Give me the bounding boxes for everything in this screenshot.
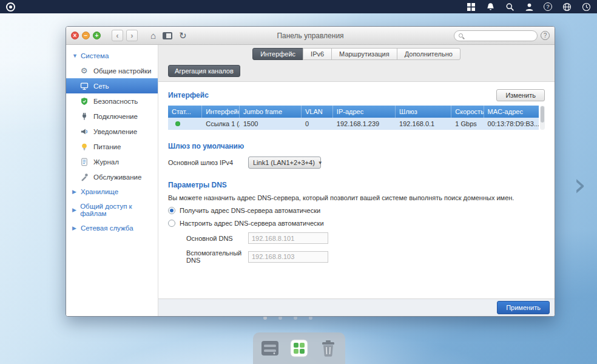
chevron-right-icon: ▶	[72, 225, 77, 231]
column-header[interactable]: Jumbo frame	[240, 106, 302, 118]
gateway-label: Основной шлюз IPv4	[168, 159, 248, 166]
window-titlebar: Панель управления × − + ‹ › ⌂ ↻ ?	[66, 27, 555, 45]
refresh-button[interactable]: ↻	[177, 31, 189, 40]
column-header[interactable]: Стат...	[168, 106, 202, 118]
tab-ipv6[interactable]: IPv6	[303, 48, 332, 60]
gateway-row: Основной шлюз IPv4 Link1 (LAN1+2+3+4) ▼	[168, 157, 545, 169]
dns-auto-radio[interactable]: Получить адрес DNS-сервера автоматически	[168, 207, 545, 214]
cell-speed: 1 Gbps	[451, 118, 484, 130]
select-value: Link1 (LAN1+2+3+4)	[253, 159, 315, 166]
sidebar-item-security[interactable]: Безопасность	[66, 93, 158, 109]
column-header[interactable]: VLAN	[302, 106, 333, 118]
apply-button[interactable]: Применить	[497, 301, 550, 314]
table-row[interactable]: Ссылка 1 (л... 1500 0 192.168.1.239 192.…	[168, 118, 539, 130]
maximize-button[interactable]: +	[93, 32, 101, 39]
search-icon[interactable]	[505, 2, 514, 12]
content-area: Интерфейс IPv6 Маршрутизация Дополнитель…	[158, 45, 555, 316]
status-cell	[168, 118, 202, 130]
search-icon	[459, 33, 463, 38]
back-button[interactable]: ‹	[112, 30, 123, 41]
apps-grid-icon[interactable]	[466, 2, 476, 12]
primary-dns-label: Основной DNS	[186, 235, 248, 242]
topbar-actions: ?	[466, 2, 591, 12]
close-button[interactable]: ×	[71, 32, 79, 39]
edit-button[interactable]: Изменить	[496, 89, 545, 101]
asustor-logo-icon[interactable]	[6, 2, 15, 12]
language-globe-icon[interactable]	[562, 2, 572, 12]
primary-dns-row: Основной DNS	[186, 232, 545, 244]
cell-vlan: 0	[302, 118, 333, 130]
home-button[interactable]: ⌂	[149, 31, 158, 40]
item-label: Журнал	[93, 158, 119, 166]
sidebar-item-log[interactable]: Журнал	[66, 154, 158, 169]
sidebar-item-connection[interactable]: Подключение	[66, 109, 158, 124]
log-icon	[79, 157, 89, 166]
window-body: ▼ Система ⚙ Общие настройки Сеть	[66, 45, 555, 316]
notifications-bell-icon[interactable]	[485, 2, 495, 12]
help-button[interactable]: ?	[541, 31, 550, 40]
interface-settings-panel: Интерфейс Изменить Стат... Интерфейсы Ju…	[158, 81, 555, 298]
system-topbar: ?	[0, 0, 597, 13]
trash-icon[interactable]	[317, 337, 340, 360]
column-header[interactable]: Скорость	[451, 106, 484, 118]
secondary-dns-row: Вспомогательный DNS	[186, 249, 545, 264]
column-header[interactable]: MAC-адрес	[484, 106, 539, 118]
gateway-select[interactable]: Link1 (LAN1+2+3+4) ▼	[248, 157, 321, 169]
section-label: Сетевая служба	[81, 224, 133, 232]
cell-gateway: 192.168.0.1	[396, 118, 451, 130]
sidebar-toggle-button[interactable]	[163, 32, 172, 39]
column-header[interactable]: IP-адрес	[333, 106, 396, 118]
titlebar-search[interactable]	[454, 30, 538, 41]
tab-interface[interactable]: Интерфейс	[252, 48, 303, 60]
tab-advanced[interactable]: Дополнительно	[397, 48, 460, 60]
dropdown-arrow-icon: ▼	[318, 160, 323, 166]
sidebar-item-notification[interactable]: Уведомление	[66, 124, 158, 139]
interfaces-table-wrap: Стат... Интерфейсы Jumbo frame VLAN IP-а…	[168, 106, 545, 130]
maintenance-icon	[79, 172, 89, 181]
tab-routing[interactable]: Маршрутизация	[331, 48, 397, 60]
desktop-background: ? › Панель управления × −	[0, 0, 597, 364]
network-icon	[79, 81, 89, 90]
dns-heading: Параметры DNS	[168, 181, 545, 189]
storage-manager-icon[interactable]	[258, 337, 282, 360]
sidebar-item-general-settings[interactable]: ⚙ Общие настройки	[66, 63, 158, 78]
item-label: Питание	[93, 143, 121, 150]
radio-label: Настроить адрес DNS-сервера автоматическ…	[180, 220, 324, 227]
sidebar-section-storage[interactable]: ▶ Хранилище	[66, 184, 158, 199]
app-central-icon[interactable]	[288, 337, 311, 360]
sidebar: ▼ Система ⚙ Общие настройки Сеть	[66, 45, 158, 316]
window-footer: Применить	[158, 298, 555, 316]
dns-manual-radio[interactable]: Настроить адрес DNS-сервера автоматическ…	[168, 220, 545, 227]
minimize-button[interactable]: −	[82, 32, 90, 39]
sidebar-section-file-sharing[interactable]: ▶ Общий доступ к файлам	[66, 199, 158, 221]
radio-selected-icon	[168, 207, 175, 214]
primary-dns-input[interactable]	[248, 232, 328, 244]
next-desktop-page-icon[interactable]: ›	[573, 169, 586, 200]
cell-mac-address: 00:13:78:D9:B3...	[484, 118, 539, 130]
secondary-dns-input[interactable]	[248, 251, 328, 263]
search-input[interactable]	[466, 32, 533, 39]
help-icon[interactable]: ?	[544, 2, 552, 11]
table-scrollbar[interactable]	[540, 106, 545, 130]
user-icon[interactable]	[524, 2, 534, 12]
column-header[interactable]: Интерфейсы	[202, 106, 240, 118]
radio-unselected-icon	[168, 220, 175, 227]
security-shield-icon	[79, 96, 89, 106]
interface-heading: Интерфейс	[168, 91, 209, 99]
forward-button[interactable]: ›	[126, 30, 138, 41]
sidebar-item-power[interactable]: Питание	[66, 139, 158, 154]
sidebar-item-maintenance[interactable]: Обслуживание	[66, 169, 158, 184]
chevron-right-icon: ▶	[72, 207, 76, 213]
link-aggregation-button[interactable]: Агрегация каналов	[168, 65, 240, 77]
world-clock-icon[interactable]	[581, 2, 591, 12]
sidebar-section-system[interactable]: ▼ Система	[66, 49, 158, 63]
cell-ip-address: 192.168.1.239	[333, 118, 396, 130]
sidebar-item-network[interactable]: Сеть	[66, 78, 158, 93]
scrollbar-thumb[interactable]	[541, 106, 544, 123]
column-header[interactable]: Шлюз	[396, 106, 451, 118]
sidebar-section-network-service[interactable]: ▶ Сетевая служба	[66, 221, 158, 235]
dns-description: Вы можете назначить адрес DNS-сервера, к…	[168, 194, 545, 201]
table-header-row: Стат... Интерфейсы Jumbo frame VLAN IP-а…	[168, 106, 539, 118]
chevron-down-icon: ▼	[72, 53, 77, 59]
control-panel-window: Панель управления × − + ‹ › ⌂ ↻ ? ▼ Сист…	[66, 26, 555, 317]
